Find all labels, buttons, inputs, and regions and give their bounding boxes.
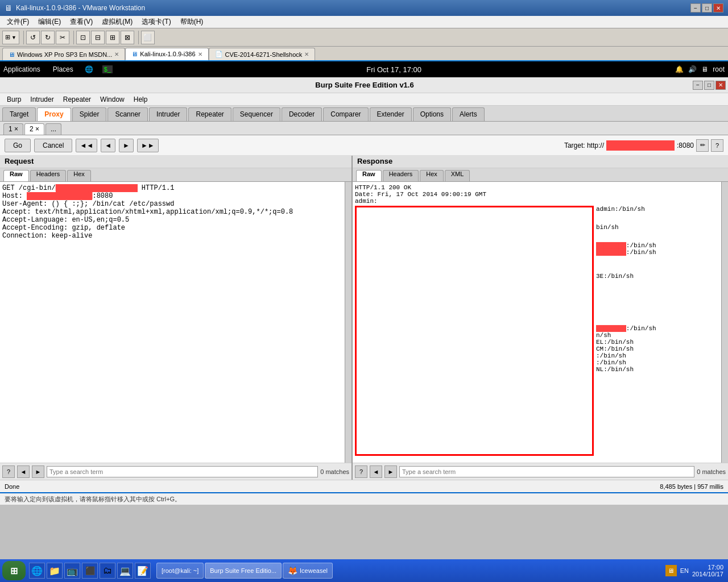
toolbar-btn-8[interactable]: ⬜ xyxy=(141,31,155,44)
response-tab-headers[interactable]: Headers xyxy=(383,170,419,181)
taskbar-files-icon[interactable]: 📁 xyxy=(47,563,63,579)
toolbar-btn-6[interactable]: ⊞ xyxy=(106,31,119,44)
minimize-button[interactable]: − xyxy=(690,3,701,13)
subtab-2[interactable]: 2 × xyxy=(24,123,44,135)
prev-prev-button[interactable]: ◄◄ xyxy=(76,139,97,152)
next-button[interactable]: ► xyxy=(119,139,134,152)
subtab-1[interactable]: 1 × xyxy=(3,123,23,135)
taskbar-cmd-icon[interactable]: 📺 xyxy=(64,563,80,579)
toolbar-btn-4[interactable]: ⊡ xyxy=(76,31,90,44)
response-tab-xml[interactable]: XML xyxy=(445,170,470,181)
response-scrollbar[interactable] xyxy=(721,182,728,463)
taskbar-vm-icon-right[interactable]: 🖥 xyxy=(665,565,677,576)
menu-tab[interactable]: 选项卡(T) xyxy=(137,16,175,28)
response-search-prev[interactable]: ◄ xyxy=(370,465,382,478)
tab-comparer[interactable]: Comparer xyxy=(323,107,368,121)
tab-spider[interactable]: Spider xyxy=(72,107,107,121)
vm-tab-cve[interactable]: 📄 CVE-2014-6271-Shellshock ✕ xyxy=(209,48,316,60)
toolbar-dropdown-1[interactable]: ⊞▼ xyxy=(2,31,19,44)
request-search-next[interactable]: ► xyxy=(32,465,44,478)
taskbar-terminal-icon[interactable]: ⬛ xyxy=(82,563,98,579)
request-line4: Accept: text/html,application/xhtml+xml,… xyxy=(2,208,342,216)
kali-terminal-icon[interactable]: $_ xyxy=(102,65,113,73)
response-search-input[interactable] xyxy=(399,466,694,477)
burp-menu-intruder[interactable]: Intruder xyxy=(26,94,58,105)
vm-tab-winxp[interactable]: 🖥 Windows XP Pro SP3 En MSDN... ✕ xyxy=(2,48,125,60)
request-tab-raw[interactable]: Raw xyxy=(3,170,29,181)
subtab-more[interactable]: ... xyxy=(46,123,61,135)
applications-menu[interactable]: Applications xyxy=(3,65,40,73)
menu-vm[interactable]: 虚拟机(M) xyxy=(97,16,137,28)
target-help-button[interactable]: ? xyxy=(711,139,723,152)
menu-view[interactable]: 查看(V) xyxy=(65,16,97,28)
burp-menu-help[interactable]: Help xyxy=(129,94,152,105)
places-menu[interactable]: Places xyxy=(53,65,73,73)
vmware-tabs: 🖥 Windows XP Pro SP3 En MSDN... ✕ 🖥 Kali… xyxy=(0,47,728,61)
response-search-help[interactable]: ? xyxy=(355,465,367,478)
kali-volume-icon[interactable]: 🔊 xyxy=(688,65,697,73)
burp-menu-burp[interactable]: Burp xyxy=(2,94,26,105)
tab-extender[interactable]: Extender xyxy=(370,107,412,121)
burp-minimize-button[interactable]: − xyxy=(693,81,703,90)
toolbar-btn-1[interactable]: ↺ xyxy=(26,31,40,44)
go-button[interactable]: Go xyxy=(5,139,31,152)
taskbar-iceweasel-item[interactable]: 🦊 Iceweasel xyxy=(283,563,333,579)
request-content[interactable]: GET /cgi-bin/████████████████████ HTTP/1… xyxy=(0,182,345,463)
response-content[interactable]: HTTP/1.1 200 OK Date: Fri, 17 Oct 2014 0… xyxy=(353,182,721,463)
request-search-help[interactable]: ? xyxy=(2,465,15,478)
toolbar-btn-5[interactable]: ⊟ xyxy=(91,31,105,44)
menu-help[interactable]: 帮助(H) xyxy=(176,16,208,28)
tab-scanner[interactable]: Scanner xyxy=(107,107,148,121)
taskbar-ie-icon[interactable]: 🌐 xyxy=(29,563,45,579)
taskbar-word-icon[interactable]: 📝 xyxy=(135,563,151,579)
request-search-prev[interactable]: ◄ xyxy=(17,465,30,478)
response-tab-raw[interactable]: Raw xyxy=(356,170,382,181)
menu-edit[interactable]: 编辑(E) xyxy=(34,16,65,28)
taskbar-lang: EN xyxy=(680,567,689,574)
burp-maximize-button[interactable]: □ xyxy=(704,81,714,90)
response-tab-hex[interactable]: Hex xyxy=(420,170,444,181)
request-search-input[interactable] xyxy=(47,466,318,477)
tab-proxy[interactable]: Proxy xyxy=(37,107,71,121)
maximize-button[interactable]: □ xyxy=(702,3,712,13)
request-tab-hex[interactable]: Hex xyxy=(67,170,91,181)
toolbar-btn-3[interactable]: ✂ xyxy=(56,31,69,44)
tab-alerts[interactable]: Alerts xyxy=(452,107,485,121)
start-button[interactable]: ⊞ xyxy=(2,561,26,580)
close-button[interactable]: ✕ xyxy=(713,3,723,13)
taskbar-burp-item[interactable]: Burp Suite Free Editio... xyxy=(205,563,282,579)
kali-bar-right: 🔔 🔊 🖥 root xyxy=(675,65,725,73)
request-tab-headers[interactable]: Headers xyxy=(30,170,67,181)
tab-decoder[interactable]: Decoder xyxy=(282,107,322,121)
burp-status-bar: Done 8,485 bytes | 957 millis xyxy=(0,480,728,492)
tab-options[interactable]: Options xyxy=(413,107,451,121)
tab-intruder[interactable]: Intruder xyxy=(149,107,187,121)
next-next-button[interactable]: ►► xyxy=(137,139,159,152)
vm-tab-kali[interactable]: 🖥 Kali-linux-1.0.9-i386 ✕ xyxy=(125,48,208,60)
target-bar: Target: http:// :8080 ✏ ? xyxy=(564,139,723,152)
response-search-next[interactable]: ► xyxy=(384,465,397,478)
burp-window-controls: − □ ✕ xyxy=(693,81,726,90)
tab-target[interactable]: Target xyxy=(2,107,36,121)
vm-tab-kali-close[interactable]: ✕ xyxy=(198,51,202,57)
prev-button[interactable]: ◄ xyxy=(101,139,115,152)
toolbar-btn-7[interactable]: ⊠ xyxy=(121,31,134,44)
kali-user: root xyxy=(713,65,725,73)
request-scrollbar[interactable] xyxy=(345,182,351,463)
burp-close-button[interactable]: ✕ xyxy=(715,81,726,90)
response-content10: :/bin/sh xyxy=(596,352,656,359)
vm-tab-winxp-close[interactable]: ✕ xyxy=(114,51,119,57)
burp-menu-repeater[interactable]: Repeater xyxy=(59,94,96,105)
cancel-button[interactable]: Cancel xyxy=(34,139,72,152)
toolbar-btn-2[interactable]: ↻ xyxy=(41,31,55,44)
burp-menu-window[interactable]: Window xyxy=(96,94,129,105)
target-edit-button[interactable]: ✏ xyxy=(696,139,709,152)
taskbar-vm-icon[interactable]: 💻 xyxy=(117,563,133,579)
tab-repeater[interactable]: Repeater xyxy=(188,107,231,121)
kali-globe-icon[interactable]: 🌐 xyxy=(85,65,93,73)
taskbar-terminal-item[interactable]: [root@kali: ~] xyxy=(156,563,204,579)
taskbar-folder-icon[interactable]: 🗂 xyxy=(100,563,115,579)
tab-sequencer[interactable]: Sequencer xyxy=(233,107,280,121)
vm-tab-cve-close[interactable]: ✕ xyxy=(304,51,309,57)
menu-file[interactable]: 文件(F) xyxy=(2,16,34,28)
